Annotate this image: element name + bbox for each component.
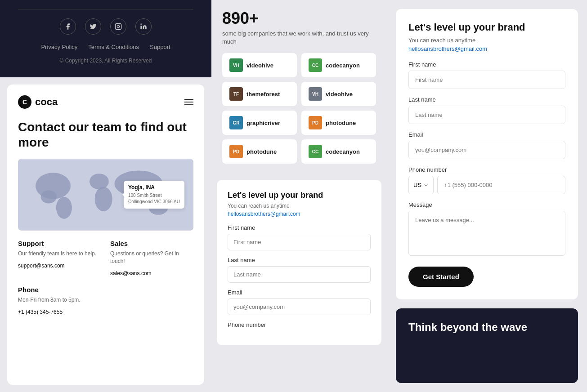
facebook-icon[interactable]: [60, 18, 76, 35]
right-last-name-input[interactable]: [408, 106, 565, 124]
phone-row: US: [408, 176, 565, 194]
support-description: Our friendly team is here to help.: [18, 250, 101, 258]
last-name-group: Last name: [228, 257, 371, 283]
list-item: PD photodune: [222, 139, 297, 164]
stats-number: 890+: [222, 9, 376, 28]
last-name-input[interactable]: [228, 266, 371, 283]
privacy-policy-link[interactable]: Privacy Policy: [41, 44, 77, 50]
svg-point-6: [41, 190, 57, 203]
list-item: CC codecanyon: [301, 139, 376, 164]
right-first-name-group: First name: [408, 61, 565, 89]
logos-grid: VH videohive CC codecanyon TF themefores…: [222, 53, 376, 164]
footer-section: Privacy Policy Terms & Conditions Suppor…: [0, 0, 211, 77]
middle-form-subtitle: You can reach us anytime: [228, 203, 371, 209]
coca-header: C coca: [18, 95, 193, 109]
middle-panel: 890+ some big companies that we work wit…: [211, 0, 387, 392]
graphicriver-icon: GR: [229, 116, 243, 129]
first-name-label: First name: [228, 224, 371, 231]
svg-point-7: [56, 197, 72, 219]
map-tooltip: Yogja, INA 100 Smith Street Collingwood …: [124, 181, 184, 209]
right-email-group: Email: [408, 131, 565, 159]
photodune2-icon: PD: [229, 145, 243, 158]
stats-description: some big companies that we work with, an…: [222, 30, 376, 46]
support-title: Support: [18, 240, 101, 247]
right-first-name-input[interactable]: [408, 71, 565, 89]
email-input[interactable]: [228, 298, 371, 315]
left-panel: Privacy Policy Terms & Conditions Suppor…: [0, 0, 211, 392]
logo-name: photodune: [326, 120, 356, 126]
videohive2-icon: VH: [309, 87, 322, 101]
coca-logo: C coca: [18, 95, 58, 109]
coca-heading: Contact our team to find out more: [18, 120, 193, 150]
logo-name: videohive: [326, 91, 353, 98]
middle-form-title: Let's level up your brand: [228, 191, 371, 200]
phone-number[interactable]: +1 (435) 345-7655: [18, 309, 63, 315]
middle-form-card: Let's level up your brand You can reach …: [217, 180, 381, 345]
list-item: CC codecanyon: [301, 53, 376, 77]
right-phone-group: Phone number US: [408, 166, 565, 194]
logo-name: graphicriver: [246, 120, 280, 126]
terms-link[interactable]: Terms & Conditions: [88, 44, 139, 50]
hamburger-menu[interactable]: [184, 99, 193, 105]
codecanyon2-icon: CC: [309, 145, 322, 158]
support-email[interactable]: support@sans.com: [18, 263, 65, 269]
logo-name: videohive: [246, 62, 273, 69]
message-textarea[interactable]: [408, 211, 565, 256]
right-first-name-label: First name: [408, 61, 565, 68]
phone-hours: Mon-Fri from 8am to 5pm.: [18, 296, 101, 304]
social-icons-row: [18, 18, 193, 35]
chevron-down-icon: [423, 183, 429, 188]
right-panel: Let's level up your brand You can reach …: [387, 0, 587, 392]
phone-label: Phone number: [228, 321, 371, 328]
coca-logo-icon: C: [18, 95, 31, 109]
right-last-name-group: Last name: [408, 96, 565, 124]
linkedin-icon[interactable]: [135, 18, 152, 35]
phone-section: Phone Mon-Fri from 8am to 5pm. +1 (435) …: [18, 286, 101, 316]
svg-point-8: [90, 174, 109, 189]
right-form-subtitle: You can reach us anytime: [408, 37, 565, 44]
email-label: Email: [228, 289, 371, 296]
sales-description: Questions or queries? Get in touch!: [110, 250, 193, 265]
svg-rect-0: [115, 23, 121, 29]
codecanyon-icon: CC: [309, 58, 322, 72]
dark-card-title: Think beyond the wave: [408, 321, 565, 334]
get-started-button[interactable]: Get Started: [408, 267, 474, 287]
phone-country-code: US: [413, 182, 421, 188]
coca-logo-text: coca: [35, 96, 58, 108]
dark-card: Think beyond the wave: [396, 308, 578, 383]
phone-group: Phone number: [228, 321, 371, 328]
logo-name: themeforest: [246, 91, 280, 98]
logo-name: photodune: [246, 148, 277, 155]
sales-email[interactable]: sales@sans.com: [110, 270, 152, 276]
right-message-group: Message: [408, 201, 565, 258]
list-item: PD photodune: [301, 111, 376, 135]
list-item: VH videohive: [222, 53, 297, 77]
photodune-icon: PD: [309, 116, 322, 129]
phone-title: Phone: [18, 286, 101, 294]
footer-links: Privacy Policy Terms & Conditions Suppor…: [18, 44, 193, 50]
right-message-label: Message: [408, 201, 565, 208]
first-name-input[interactable]: [228, 234, 371, 250]
list-item: GR graphicriver: [222, 111, 297, 135]
twitter-icon[interactable]: [85, 18, 101, 35]
list-item: VH videohive: [301, 82, 376, 106]
right-form-title: Let's level up your brand: [408, 22, 565, 33]
middle-form-email[interactable]: hellosansbrothers@gmail.com: [228, 211, 371, 217]
sales-title: Sales: [110, 240, 193, 247]
phone-number-input[interactable]: [437, 176, 565, 194]
right-email-label: Email: [408, 131, 565, 138]
support-section: Support Our friendly team is here to hel…: [18, 240, 101, 277]
svg-point-9: [95, 187, 112, 212]
videohive-icon: VH: [229, 58, 243, 72]
support-link[interactable]: Support: [150, 44, 170, 50]
right-form-email[interactable]: hellosansbrothers@gmail.com: [408, 45, 565, 52]
last-name-label: Last name: [228, 257, 371, 263]
instagram-icon[interactable]: [110, 18, 126, 35]
phone-country-selector[interactable]: US: [408, 176, 434, 194]
right-email-input[interactable]: [408, 141, 565, 159]
first-name-group: First name: [228, 224, 371, 250]
right-contact-card: Let's level up your brand You can reach …: [396, 9, 578, 299]
sales-section: Sales Questions or queries? Get in touch…: [110, 240, 193, 277]
logo-name: codecanyon: [326, 148, 360, 155]
email-group: Email: [228, 289, 371, 315]
